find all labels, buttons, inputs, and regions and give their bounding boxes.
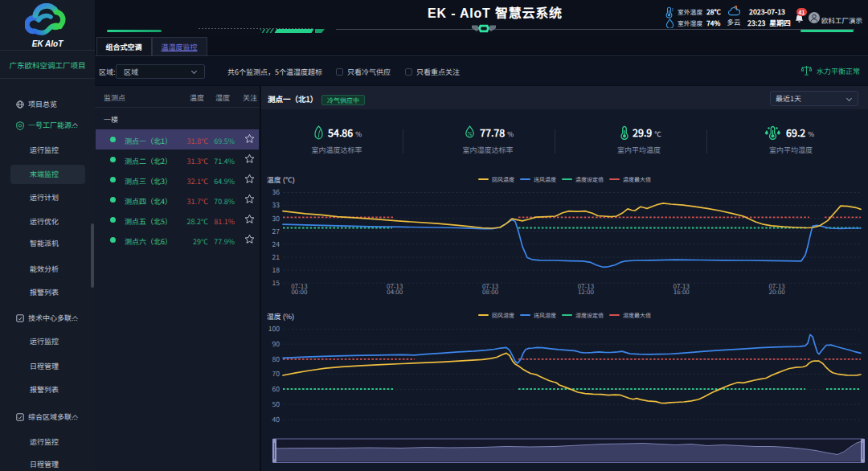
svg-text:04:00: 04:00 [387,287,403,296]
svg-text:18: 18 [272,264,280,274]
svg-text:30: 30 [272,213,280,223]
svg-text:90: 90 [272,338,280,348]
svg-text:50: 50 [272,399,280,408]
svg-text:24: 24 [272,239,280,248]
svg-text:15: 15 [272,277,280,287]
svg-text:36: 36 [272,186,280,196]
svg-text:21: 21 [272,252,280,261]
svg-text:12:00: 12:00 [578,287,595,296]
svg-text:70: 70 [272,368,280,378]
svg-text:00:00: 00:00 [291,287,308,296]
svg-text:16:00: 16:00 [674,287,690,296]
svg-text:20:00: 20:00 [769,287,786,296]
svg-text:33: 33 [272,199,280,209]
svg-text:80: 80 [272,354,280,363]
svg-text:08:00: 08:00 [482,287,499,296]
svg-text:27: 27 [272,226,280,236]
svg-text:40: 40 [272,414,280,424]
svg-text:60: 60 [272,383,280,393]
svg-text:100: 100 [268,323,280,333]
